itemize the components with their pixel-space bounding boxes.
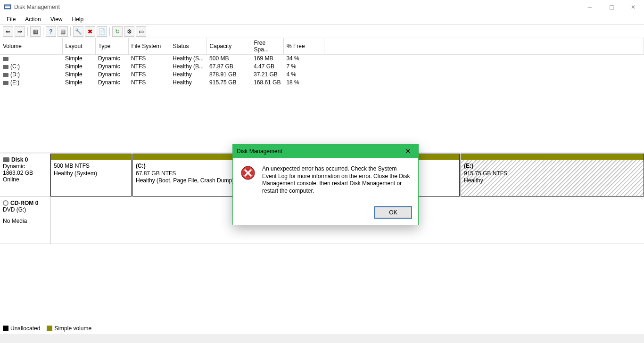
volume-layout: Simple	[62, 55, 95, 63]
toolbar-separator	[109, 27, 110, 36]
cdrom-icon	[3, 200, 8, 206]
menu-help[interactable]: Help	[67, 15, 89, 24]
legend-swatch-simple	[47, 326, 52, 331]
partition-header	[461, 154, 644, 160]
volume-status: Healthy (S...	[170, 55, 206, 63]
volume-free: 4.47 GB	[251, 63, 283, 71]
volume-free: 37.21 GB	[251, 71, 283, 79]
back-button[interactable]: ⇐	[3, 26, 13, 37]
disk-icon	[3, 157, 9, 162]
volume-status: Healthy	[170, 79, 206, 87]
volume-icon	[3, 65, 8, 69]
partition-e[interactable]: (E:) 915.75 GB NTFS Healthy	[461, 154, 644, 196]
volume-list: Volume Layout Type File System Status Ca…	[0, 38, 644, 154]
toolbar-list-icon[interactable]: ▤	[58, 26, 68, 37]
delete-icon[interactable]: ✖	[85, 26, 95, 37]
volume-status: Healthy	[170, 71, 206, 79]
window-title: Disk Management	[14, 4, 60, 10]
disk-name: Disk 0	[11, 156, 28, 163]
toolbar-separator	[27, 27, 28, 36]
refresh-icon[interactable]: ↻	[112, 26, 123, 37]
volume-status: Healthy (B...	[170, 63, 206, 71]
app-icon	[4, 3, 11, 11]
menu-view[interactable]: View	[46, 15, 67, 24]
volume-row[interactable]: (C:) Simple Dynamic NTFS Healthy (B... 6…	[0, 63, 644, 71]
partition-title: (C:)	[136, 163, 146, 169]
volume-capacity: 67.87 GB	[206, 63, 251, 71]
partition-size: 500 MB NTFS	[54, 163, 128, 170]
cdrom-status: No Media	[3, 218, 47, 224]
volume-icon	[3, 73, 8, 77]
disk-info-cdrom[interactable]: CD-ROM 0 DVD (G:) No Media	[0, 197, 50, 244]
volume-pct: 7 %	[283, 63, 324, 71]
menu-bar: File Action View Help	[0, 14, 644, 24]
volume-icon	[3, 81, 8, 85]
toolbar-extra-icon[interactable]: ▭	[136, 26, 146, 37]
dialog-close-button[interactable]: ✕	[401, 147, 414, 155]
help-icon[interactable]: ?	[46, 26, 56, 37]
toolbar-separator	[43, 27, 43, 36]
legend: Unallocated Simple volume	[3, 325, 91, 332]
col-capacity[interactable]: Capacity	[206, 38, 251, 55]
volume-name: (D:)	[10, 71, 20, 78]
menu-file[interactable]: File	[2, 15, 20, 24]
volume-free: 168.61 GB	[251, 79, 283, 87]
partition-status: Healthy	[464, 177, 641, 185]
volume-pct: 4 %	[283, 71, 324, 79]
toolbar-wizard-icon[interactable]: 🔧	[73, 26, 83, 37]
volume-pct: 18 %	[283, 79, 324, 87]
legend-swatch-unallocated	[3, 326, 8, 331]
close-button[interactable]: ✕	[622, 0, 644, 14]
volume-layout: Simple	[62, 63, 95, 71]
disk-info-disk0[interactable]: Disk 0 Dynamic 1863.02 GB Online	[0, 154, 50, 196]
col-status[interactable]: Status	[170, 38, 206, 55]
toolbar-grid-icon[interactable]: ▦	[30, 26, 41, 37]
col-fs[interactable]: File System	[128, 38, 170, 55]
col-pct[interactable]: % Free	[283, 38, 324, 55]
ok-button[interactable]: OK	[375, 207, 412, 218]
minimize-button[interactable]: ─	[579, 0, 601, 14]
volume-capacity: 878.91 GB	[206, 71, 251, 79]
legend-simple: Simple volume	[54, 325, 91, 332]
toolbar-separator	[70, 27, 71, 36]
svg-rect-1	[5, 6, 10, 7]
maximize-button[interactable]: ▢	[601, 0, 622, 14]
cdrom-label: DVD (G:)	[3, 206, 47, 213]
partition-size: 915.75 GB NTFS	[464, 170, 641, 178]
properties-icon[interactable]: 📄	[97, 26, 107, 37]
col-free[interactable]: Free Spa...	[251, 38, 283, 55]
toolbar: ⇐ ⇒ ▦ ? ▤ 🔧 ✖ 📄 ↻ ⚙ ▭	[0, 25, 644, 38]
volume-pct: 34 %	[283, 55, 324, 63]
volume-free: 169 MB	[251, 55, 283, 63]
volume-type: Dynamic	[95, 63, 128, 71]
col-type[interactable]: Type	[95, 38, 128, 55]
title-bar: Disk Management ─ ▢ ✕	[0, 0, 644, 14]
col-volume[interactable]: Volume	[0, 38, 62, 55]
legend-unallocated: Unallocated	[10, 325, 40, 332]
volume-fs: NTFS	[128, 55, 170, 63]
volume-fs: NTFS	[128, 79, 170, 87]
volume-fs: NTFS	[128, 63, 170, 71]
forward-button[interactable]: ⇒	[15, 26, 25, 37]
svg-rect-2	[5, 7, 10, 8]
dialog-titlebar[interactable]: Disk Management ✕	[233, 145, 418, 158]
volume-capacity: 500 MB	[206, 55, 251, 63]
volume-layout: Simple	[62, 71, 95, 79]
volume-type: Dynamic	[95, 55, 128, 63]
col-layout[interactable]: Layout	[62, 38, 95, 55]
toolbar-action-icon[interactable]: ⚙	[124, 26, 134, 37]
volume-row[interactable]: (E:) Simple Dynamic NTFS Healthy 915.75 …	[0, 79, 644, 87]
volume-type: Dynamic	[95, 79, 128, 87]
volume-icon	[3, 57, 8, 61]
dialog-title: Disk Management	[237, 148, 282, 155]
volume-type: Dynamic	[95, 71, 128, 79]
error-icon	[240, 165, 256, 180]
menu-action[interactable]: Action	[20, 15, 45, 24]
volume-fs: NTFS	[128, 71, 170, 79]
volume-row[interactable]: (D:) Simple Dynamic NTFS Healthy 878.91 …	[0, 71, 644, 79]
disk-status: Online	[3, 176, 47, 183]
partition-system[interactable]: 500 MB NTFS Healthy (System)	[50, 154, 132, 196]
volume-row[interactable]: Simple Dynamic NTFS Healthy (S... 500 MB…	[0, 55, 644, 63]
dialog-message: An unexpected error has occurred. Check …	[262, 165, 411, 195]
disk-size: 1863.02 GB	[3, 170, 47, 176]
